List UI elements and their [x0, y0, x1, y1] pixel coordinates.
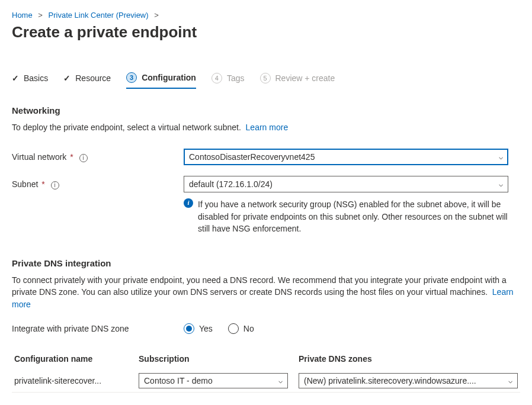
dns-zone-select[interactable]: (New) privatelink.siterecovery.windowsaz…	[299, 373, 518, 388]
select-value: default (172.16.1.0/24)	[189, 179, 273, 189]
config-name-cell: privatelink-siterecover...	[14, 376, 139, 385]
integrate-dns-label: Integrate with private DNS zone	[12, 324, 184, 333]
radio-unselected-icon	[228, 323, 239, 334]
breadcrumb: Home > Private Link Center (Preview) >	[12, 11, 520, 20]
chevron-down-icon: ⌵	[278, 377, 283, 385]
radio-label: Yes	[199, 324, 213, 333]
info-icon: i	[184, 198, 193, 208]
tab-resource[interactable]: ✓ Resource	[63, 73, 111, 88]
breadcrumb-home[interactable]: Home	[12, 11, 33, 20]
col-header-config: Configuration name	[14, 354, 139, 364]
radio-selected-icon	[184, 323, 194, 334]
chevron-down-icon: ⌵	[508, 377, 512, 385]
nsg-note-text: If you have a network security group (NS…	[198, 198, 508, 234]
dns-description: To connect privately with your private e…	[12, 274, 520, 310]
table-row: privatelink-siterecover... Contoso IT - …	[12, 369, 520, 393]
virtual-network-label: Virtual network * i	[12, 149, 184, 162]
integrate-dns-no-option[interactable]: No	[228, 323, 254, 334]
integrate-dns-yes-option[interactable]: Yes	[184, 323, 213, 334]
radio-label: No	[243, 324, 254, 333]
chevron-down-icon: ⌵	[499, 153, 503, 161]
select-value: (New) privatelink.siterecovery.windowsaz…	[304, 376, 476, 385]
select-value: ContosoDisasterRecoveryvnet425	[189, 152, 315, 162]
table-header-row: Configuration name Subscription Private …	[12, 348, 520, 369]
section-networking-heading: Networking	[12, 105, 520, 115]
step-number: 4	[211, 73, 222, 83]
select-value: Contoso IT - demo	[144, 376, 213, 385]
tab-review-create[interactable]: 5 Review + create	[260, 73, 335, 88]
required-asterisk: *	[39, 179, 44, 189]
virtual-network-select[interactable]: ContosoDisasterRecoveryvnet425 ⌵	[184, 149, 508, 165]
subscription-select[interactable]: Contoso IT - demo ⌵	[139, 373, 288, 388]
chevron-right-icon: >	[38, 11, 43, 20]
check-icon: ✓	[63, 73, 70, 83]
col-header-subscription: Subscription	[139, 354, 299, 364]
networking-learn-more-link[interactable]: Learn more	[246, 123, 289, 132]
subnet-label: Subnet * i	[12, 176, 184, 189]
tab-tags[interactable]: 4 Tags	[211, 73, 245, 88]
check-icon: ✓	[12, 73, 19, 83]
info-icon[interactable]: i	[51, 181, 59, 189]
chevron-right-icon: >	[154, 11, 159, 20]
tab-label: Review + create	[275, 73, 335, 83]
chevron-down-icon: ⌵	[499, 180, 503, 188]
section-dns-heading: Private DNS integration	[12, 258, 520, 268]
networking-description: To deploy the private endpoint, select a…	[12, 121, 520, 133]
tab-configuration[interactable]: 3 Configuration	[126, 72, 196, 89]
tab-label: Basics	[24, 73, 48, 83]
breadcrumb-private-link-center[interactable]: Private Link Center (Preview)	[49, 11, 149, 20]
tab-label: Configuration	[142, 73, 196, 82]
subnet-select[interactable]: default (172.16.1.0/24) ⌵	[184, 176, 508, 192]
wizard-tabs: ✓ Basics ✓ Resource 3 Configuration 4 Ta…	[12, 72, 520, 89]
info-icon[interactable]: i	[79, 154, 88, 162]
dns-zones-table: Configuration name Subscription Private …	[12, 348, 520, 393]
required-asterisk: *	[68, 152, 73, 162]
tab-label: Resource	[75, 73, 111, 83]
nsg-callout: i If you have a network security group (…	[184, 198, 508, 234]
page-title: Create a private endpoint	[12, 23, 520, 41]
tab-basics[interactable]: ✓ Basics	[12, 73, 48, 88]
col-header-zone: Private DNS zones	[299, 354, 518, 364]
step-number: 5	[260, 73, 271, 83]
step-number: 3	[126, 72, 137, 83]
tab-label: Tags	[227, 73, 245, 83]
